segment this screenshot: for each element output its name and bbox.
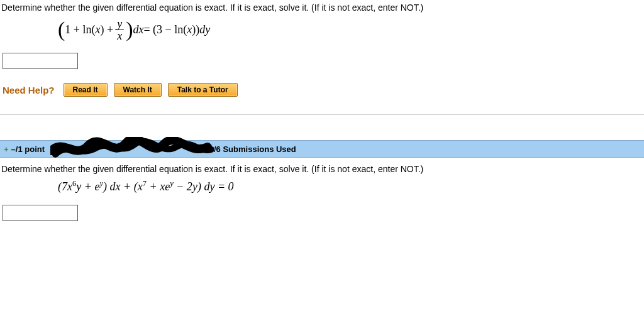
need-help-label: Need Help?	[3, 85, 55, 95]
points-text: –/1 point	[11, 144, 45, 154]
fraction-y-over-x: y x	[115, 18, 124, 41]
question-1-prompt: Determine whether the given differential…	[1, 3, 643, 13]
answer-input-2[interactable]	[3, 205, 78, 221]
watch-it-button[interactable]: Watch It	[114, 83, 162, 97]
redaction-scribble	[50, 137, 214, 161]
right-paren: )	[126, 18, 133, 41]
read-it-button[interactable]: Read It	[64, 83, 108, 97]
question-1: Determine whether the given differential…	[0, 0, 644, 109]
answer-input-1[interactable]	[3, 53, 78, 69]
expand-icon[interactable]: +	[4, 144, 9, 154]
submissions-text: /6 Submissions Used	[214, 144, 296, 154]
points-bar: + –/1 point /6 Submissions Used	[0, 140, 644, 158]
question-2: Determine whether the given differential…	[0, 158, 644, 241]
question-1-equation: ( 1 + ln(x) + y x ) dx = (3 − ln(x)) dy	[58, 18, 643, 41]
talk-to-tutor-button[interactable]: Talk to a Tutor	[168, 83, 238, 97]
divider	[0, 114, 644, 115]
question-2-equation: (7x6y + ey) dx + (x7 + xey − 2y) dy = 0	[58, 179, 643, 193]
help-row: Need Help? Read It Watch It Talk to a Tu…	[3, 83, 641, 97]
question-2-prompt: Determine whether the given differential…	[1, 164, 643, 174]
left-paren: (	[58, 18, 65, 41]
